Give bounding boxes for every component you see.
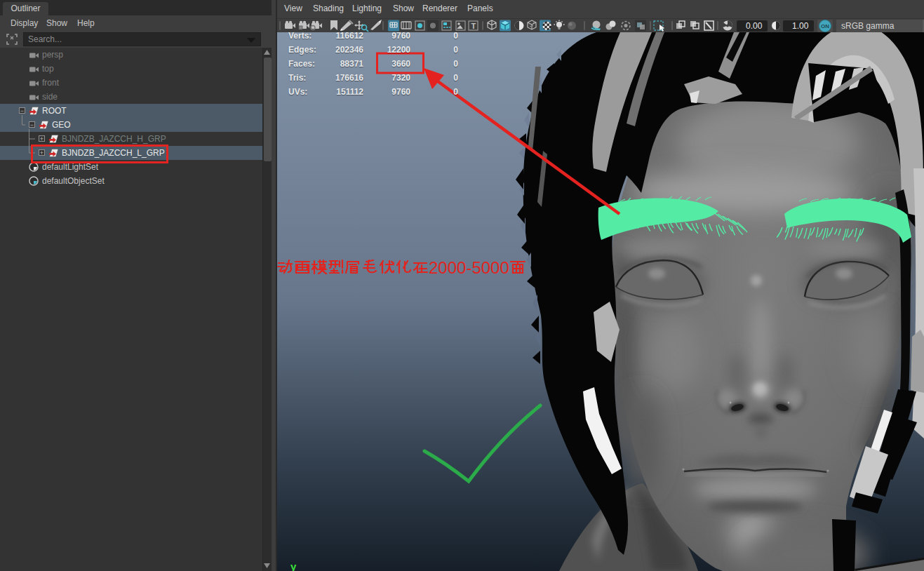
svg-text:2000-5000: 2000-5000 (429, 258, 509, 277)
svg-text:T: T (471, 22, 476, 30)
svg-text:ON: ON (821, 23, 829, 29)
svg-text:0.00: 0.00 (746, 21, 763, 31)
svg-text:1.00: 1.00 (792, 21, 809, 31)
svg-text:y: y (290, 560, 297, 571)
svg-text:sRGB gamma: sRGB gamma (841, 21, 895, 31)
